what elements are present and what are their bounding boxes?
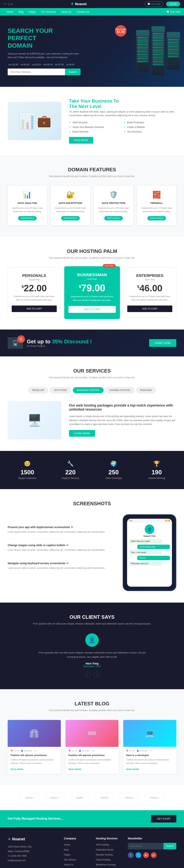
tab-sito-fixed[interactable]: SITO FIXED xyxy=(50,387,71,393)
discount-subtext: On Every Feature xyxy=(27,345,92,347)
footer-link-service[interactable]: Our Service xyxy=(64,859,76,861)
footer-youtube-icon[interactable]: ▶ xyxy=(143,852,149,858)
nav-pages[interactable]: Pages xyxy=(26,8,39,16)
footer-link-vps[interactable]: VPS Hosting xyxy=(96,843,109,846)
server-tower-3 xyxy=(167,32,180,70)
footer-social-icons: f t ▶ g+ xyxy=(128,852,176,858)
footer-link-reseller[interactable]: Reseller Hosting xyxy=(96,854,113,856)
discount-banner: 🖥️ 35% OFF Get up to 35% Discound ! On E… xyxy=(0,330,184,356)
partner-4: Partner 5 xyxy=(120,793,139,803)
add-to-cart-btn-0[interactable]: ADD TO CART xyxy=(12,306,57,312)
screenshots-content: Present your app with AppSceenset screen… xyxy=(8,514,176,591)
nav-contact[interactable]: Contact Us xyxy=(74,8,91,16)
live-chat-button[interactable]: 💬 Live chat xyxy=(145,2,163,6)
footer-company: Company Home Blog Pages Our Service Abou… xyxy=(64,837,88,868)
tab-reseller[interactable]: RESELLER xyxy=(28,387,48,393)
blog-body-0: 📅 Oct 04 👤 developer ♥ 1 Fauthor elit ai… xyxy=(8,747,61,774)
discount-text: Get up to 35% Discound ! On Every Featur… xyxy=(27,339,92,347)
footer-grid: ✦ Noanet 1234 Some Street, City State, C… xyxy=(8,837,176,868)
testimonial-next-button[interactable]: › xyxy=(94,672,100,678)
feature-card-data-protection: 🛡️ DATA PROTECTION Experiences up to 2X … xyxy=(94,186,133,225)
screenshot-desc-2: Lorem ipsum dolor sit amet, consectetur … xyxy=(8,566,115,570)
partner-0: Partner 1 xyxy=(20,793,39,803)
tab-managed-hosting[interactable]: MANAGED HOSTING xyxy=(73,387,104,393)
blog-img-icon-2: 💻 xyxy=(123,720,176,747)
hosting-plans-title: OUR HOSTING PALM xyxy=(8,248,176,254)
nav-home[interactable]: Home xyxy=(4,8,16,16)
footer-link-blog[interactable]: Blog xyxy=(64,848,68,851)
footer-link-about[interactable]: About Us xyxy=(64,863,73,866)
view-details-btn-3[interactable]: VIEW DETAILS xyxy=(147,216,166,220)
feature-card-title-1: DATA ENCRYPTION xyxy=(54,202,87,205)
footer-about: ✦ Noanet 1234 Some Street, City State, C… xyxy=(8,837,56,868)
feature-card-desc-0: Experiences up to 2X faster load times t… xyxy=(10,207,44,213)
newsletter-submit-button[interactable]: Submit xyxy=(163,843,176,849)
plan-card-enterprises: ENTERPRISES Silver Plan $46.00 Experienc… xyxy=(123,268,176,318)
login-button[interactable]: LOGIN xyxy=(166,2,180,6)
feature-list: Solid Structure Brand Protection Group Y… xyxy=(69,121,176,133)
read-more-2[interactable]: READ MORE xyxy=(126,768,139,770)
blog-post-excerpt-0: Curfbus elit aipsum provisious communica… xyxy=(10,758,58,765)
view-details-btn-0[interactable]: VIEW DETAILS xyxy=(18,216,37,220)
testimonials-section: OUR CLIENT SAYS Proin gravida nibh vel v… xyxy=(0,602,184,689)
plans-grid: PERSONALS Casual Plan $22.00 Experiences… xyxy=(8,268,176,318)
tab-managed[interactable]: MANAGED xyxy=(136,387,156,393)
view-details-btn-1[interactable]: VIEW DETAILS xyxy=(61,216,80,220)
testimonial-avatar: 👤 xyxy=(85,633,99,647)
twitter-icon[interactable]: t xyxy=(6,3,6,5)
currency-0: $ xyxy=(22,285,24,289)
services-title: OUR SERVICES xyxy=(8,368,176,374)
footer-link-home[interactable]: Home xyxy=(64,843,70,846)
read-more-1[interactable]: READ MORE xyxy=(68,768,81,770)
footer-company-links: Home Blog Pages Our Service About Us Con… xyxy=(64,843,88,868)
newsletter-email-input[interactable] xyxy=(128,843,163,849)
footer-twitter-icon[interactable]: t xyxy=(136,852,141,858)
blog-img-icon-0: 👔 xyxy=(8,720,61,747)
blog-post-title-2: Hara is a developer xyxy=(126,754,174,756)
read-more-0[interactable]: READ MORE xyxy=(10,768,24,770)
get-started-button[interactable]: GET START xyxy=(151,815,176,823)
tab-shared-hosting[interactable]: SHARED HOSTING xyxy=(106,387,134,393)
footer-hosting: Hosting Services VPS Hosting Dedicated S… xyxy=(96,837,120,868)
nav-about[interactable]: About Us xyxy=(59,8,74,16)
plan-price-2: $46.00 xyxy=(127,284,172,293)
nav-live-chat[interactable]: 💬 Live chat xyxy=(166,10,180,13)
blog-grid: 👔 📅 Oct 04 👤 developer ♥ 1 Fauthor elit … xyxy=(8,720,176,774)
footer-link-pages[interactable]: Pages xyxy=(64,854,70,856)
blog-img-0: 👔 xyxy=(8,720,61,747)
learn-more-button[interactable]: LEARN MORE xyxy=(69,430,95,437)
top-bar: f t y in ✦ Noanet 💬 Live chat LOGIN xyxy=(0,0,184,8)
nav-blog[interactable]: Blog xyxy=(16,8,26,16)
domain-search-button[interactable]: Search xyxy=(65,68,80,75)
nav-services[interactable]: Our Services xyxy=(39,8,59,16)
currency-1: $ xyxy=(79,284,81,289)
view-more-button[interactable]: VIEW MORE xyxy=(69,137,93,144)
plan-type-0: Casual Plan xyxy=(12,278,57,281)
footer-newsletter-heading: Newslettter xyxy=(128,837,176,840)
footer-link-dedicated[interactable]: Dedicated Server xyxy=(96,848,114,851)
facebook-icon[interactable]: f xyxy=(4,3,4,5)
youtube-icon[interactable]: y xyxy=(8,3,9,5)
services-subtitle: Duis praeant blandit sed and Condiae. Cu… xyxy=(8,376,176,379)
add-to-cart-btn-1[interactable]: ADD TO CART xyxy=(68,306,116,313)
blog-title: LATEST BLOG xyxy=(8,701,176,707)
social-links[interactable]: f t y in xyxy=(4,3,13,5)
testimonial-role-0: Developer / CEO xyxy=(35,665,149,668)
add-to-cart-btn-2[interactable]: ADD TO CART xyxy=(127,306,172,312)
stat-label-0: Happy Customers xyxy=(8,477,47,479)
footer-link-cloud[interactable]: Cloud Hosting xyxy=(96,859,110,861)
footer-logo-icon: ✦ xyxy=(8,837,11,841)
linkedin-icon[interactable]: in xyxy=(11,3,13,5)
view-details-btn-2[interactable]: VIEW DETAILS xyxy=(104,216,123,220)
domain-search-input[interactable] xyxy=(8,68,65,75)
plan-desc-0: Experiences up to 2X faster load load ti… xyxy=(12,295,57,302)
footer-link-wordpress[interactable]: WordPress Hosting xyxy=(96,863,116,866)
start-now-button[interactable]: START NOW xyxy=(149,339,176,347)
footer-googleplus-icon[interactable]: g+ xyxy=(151,852,157,858)
data-encryption-icon: 🔐 xyxy=(54,191,87,199)
plan-price-1: $79.00 xyxy=(68,283,116,293)
footer-facebook-icon[interactable]: f xyxy=(128,852,134,858)
testimonial-prev-button[interactable]: ‹ xyxy=(84,672,91,678)
plan-card-personals: PERSONALS Casual Plan $22.00 Experiences… xyxy=(8,268,61,318)
plan-name-1: BUSINESSMAN xyxy=(68,273,116,277)
